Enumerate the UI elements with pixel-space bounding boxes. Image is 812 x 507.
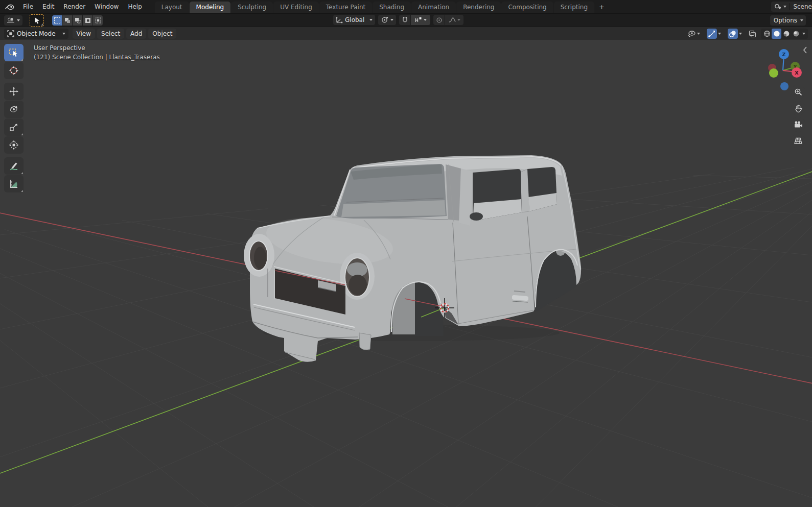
viewport-menu-view[interactable]: View — [73, 29, 95, 39]
select-mode-invert[interactable] — [83, 15, 92, 26]
object-mode-icon — [7, 30, 14, 37]
transform-orientation-dropdown[interactable]: Global — [333, 15, 375, 25]
chevron-left-icon — [802, 46, 807, 54]
viewport-header: Object Mode ViewSelectAddObject — [0, 27, 812, 40]
scene-canvas[interactable] — [0, 40, 812, 507]
headlight-right-inner — [349, 275, 367, 295]
shading-solid-button[interactable] — [772, 29, 781, 39]
snap-toggle[interactable] — [399, 15, 410, 25]
pan-button[interactable] — [791, 101, 805, 115]
chevron-down-icon — [369, 19, 373, 21]
overlays-toggle-icon-btn[interactable] — [728, 29, 738, 39]
editor-type-selector[interactable] — [4, 15, 22, 26]
tool-cursor[interactable] — [4, 62, 24, 79]
mode-selector[interactable]: Object Mode — [4, 29, 68, 39]
object-visibility-dropdown[interactable] — [685, 29, 702, 39]
chevron-down-icon — [17, 19, 20, 21]
material-sphere-icon — [783, 30, 790, 37]
corner-triangle — [21, 190, 23, 192]
select-mode-group — [52, 15, 103, 26]
xray-toggle[interactable] — [747, 29, 757, 39]
tool-rotate[interactable] — [4, 101, 24, 118]
viewport-menus: ViewSelectAddObject — [73, 29, 179, 39]
add-workspace-tab[interactable]: + — [595, 1, 609, 13]
tool-scale[interactable] — [4, 118, 24, 136]
tool-annotate[interactable] — [4, 157, 24, 175]
menu-window[interactable]: Window — [90, 2, 123, 12]
corner-triangle — [41, 23, 43, 26]
select-mode-intersect[interactable] — [93, 15, 103, 26]
show-gizmo-toggle[interactable] — [705, 29, 723, 39]
gizmo-neg-y-ball[interactable] — [769, 68, 778, 78]
shading-material-button[interactable] — [781, 29, 791, 39]
gizmo-z-label: Z — [782, 52, 786, 57]
tab-texture-paint[interactable]: Texture Paint — [319, 2, 372, 13]
tool-measure[interactable] — [4, 175, 24, 192]
viewport-menu-object[interactable]: Object — [148, 29, 176, 39]
tab-compositing[interactable]: Compositing — [501, 2, 553, 13]
blender-logo-icon — [5, 3, 14, 10]
proportional-falloff-dropdown[interactable] — [445, 15, 463, 25]
wireframe-sphere-icon — [763, 30, 771, 37]
tool-select-box[interactable] — [4, 44, 24, 61]
tool-transform[interactable] — [4, 136, 24, 154]
interior-dark-object — [470, 212, 483, 221]
grid-perspective-icon — [794, 137, 803, 145]
options-dropdown[interactable]: Options — [770, 15, 806, 26]
headlight-left-inner — [254, 247, 266, 269]
magnifier-plus-icon — [794, 88, 803, 96]
chevron-down-icon — [697, 33, 700, 35]
visibility-eye-icon — [687, 30, 696, 38]
snap-with-dropdown[interactable] — [411, 15, 430, 25]
viewport-menu-add[interactable]: Add — [126, 29, 146, 39]
chevron-down-icon — [390, 19, 393, 21]
headlight-right-through — [347, 262, 367, 277]
shading-rendered-button[interactable] — [791, 29, 801, 39]
zoom-button[interactable] — [791, 85, 805, 99]
select-mode-set[interactable] — [52, 15, 62, 26]
menu-render[interactable]: Render — [59, 2, 90, 12]
solid-sphere-icon — [773, 30, 780, 37]
perspective-toggle-button[interactable] — [791, 134, 805, 148]
snap-increment-icon — [415, 17, 422, 23]
workspace-tabs: LayoutModelingSculptingUV EditingTexture… — [155, 0, 609, 13]
tool-move[interactable] — [4, 83, 24, 100]
tab-animation[interactable]: Animation — [411, 2, 456, 13]
tab-sculpting[interactable]: Sculpting — [231, 2, 273, 13]
options-label: Options — [773, 17, 798, 24]
scene-selector[interactable]: Scene — [771, 2, 812, 12]
gizmo-neg-z-ball[interactable] — [780, 82, 788, 90]
snap-group — [399, 15, 430, 25]
menu-file[interactable]: File — [18, 2, 38, 12]
chevron-down-icon — [457, 19, 460, 21]
tab-shading[interactable]: Shading — [373, 2, 411, 13]
shading-wireframe-button[interactable] — [762, 29, 772, 39]
gizmo-toggle-icon-btn[interactable] — [707, 29, 717, 39]
tab-layout[interactable]: Layout — [155, 2, 189, 13]
corner-triangle — [21, 172, 23, 174]
select-mode-subtract[interactable] — [73, 15, 82, 26]
chevron-down-icon — [802, 33, 805, 35]
viewport-menu-select[interactable]: Select — [97, 29, 124, 39]
pivot-point-dropdown[interactable] — [378, 15, 396, 25]
3d-viewport[interactable]: User Perspective (121) Scene Collection … — [0, 40, 812, 507]
proportional-editing-toggle[interactable] — [433, 15, 445, 25]
corner-triangle — [21, 59, 23, 61]
front-flap — [359, 333, 371, 350]
tab-modeling[interactable]: Modeling — [190, 2, 231, 13]
viewport-shading-group — [761, 29, 808, 39]
menu-help[interactable]: Help — [123, 2, 146, 12]
viewport-header-right — [685, 29, 808, 39]
show-overlays-toggle[interactable] — [726, 29, 744, 39]
gizmo-arrows-icon — [708, 30, 715, 37]
sidebar-toggle[interactable] — [802, 46, 807, 56]
tab-scripting[interactable]: Scripting — [554, 2, 594, 13]
tab-rendering[interactable]: Rendering — [456, 2, 501, 13]
chevron-down-icon — [739, 33, 742, 35]
menu-edit[interactable]: Edit — [38, 2, 59, 12]
tab-uv-editing[interactable]: UV Editing — [273, 2, 319, 13]
active-tool-select-box[interactable] — [30, 14, 44, 27]
camera-view-button[interactable] — [791, 117, 805, 132]
scene-name[interactable]: Scene — [793, 3, 812, 10]
select-mode-extend[interactable] — [62, 15, 72, 26]
